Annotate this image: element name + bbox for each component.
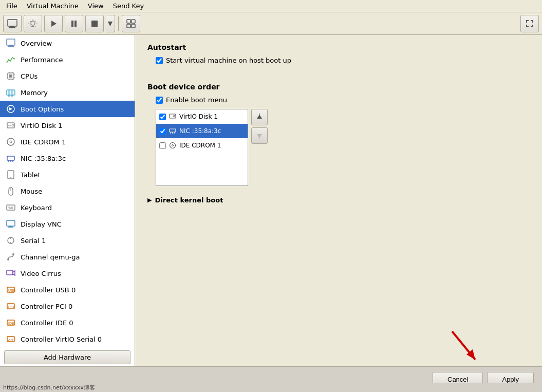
ide-cdrom-label: IDE CDROM 1 — [21, 138, 66, 146]
menubar: File Virtual Machine View Send Key — [0, 0, 542, 12]
collapsible-arrow-icon: ▶ — [147, 197, 152, 203]
stop-dropdown-button[interactable]: ▼ — [106, 15, 115, 32]
sidebar-item-tablet[interactable]: Tablet — [0, 166, 135, 183]
screen-button[interactable] — [3, 15, 22, 32]
video-cirrus-label: Video Cirrus — [21, 270, 61, 277]
main-content: Overview Performance CPUs Memory — [0, 35, 542, 366]
virtio-disk-label: VirtIO Disk 1 — [21, 122, 62, 129]
keyboard-icon — [5, 202, 16, 213]
svg-text:USB: USB — [8, 289, 15, 292]
sidebar-item-serial-1[interactable]: Serial 1 — [0, 232, 135, 249]
sidebar-item-keyboard[interactable]: Keyboard — [0, 199, 135, 216]
boot-device-cdrom-checkbox[interactable] — [159, 142, 166, 149]
fullscreen-button[interactable] — [520, 15, 539, 32]
sidebar-item-cpus[interactable]: CPUs — [0, 68, 135, 84]
svg-rect-5 — [71, 21, 73, 27]
svg-rect-11 — [132, 24, 135, 28]
serial-label: Serial 1 — [21, 237, 46, 245]
svg-rect-53 — [7, 220, 15, 226]
controller-usb-icon: USB — [5, 284, 16, 295]
sidebar-item-memory[interactable]: Memory — [0, 84, 135, 101]
memory-label: Memory — [21, 89, 48, 97]
controller-ide-label: Controller IDE 0 — [21, 319, 73, 327]
svg-rect-12 — [7, 39, 15, 45]
svg-rect-47 — [7, 205, 15, 210]
play-button[interactable] — [44, 15, 63, 32]
boot-device-virtio-disk[interactable]: VirtIO Disk 1 — [156, 109, 248, 124]
menu-send-key[interactable]: Send Key — [109, 1, 148, 11]
divider-1 — [147, 67, 530, 76]
controller-ide-icon: IDE — [5, 317, 16, 328]
sidebar-item-ide-cdrom-1[interactable]: IDE CDROM 1 — [0, 134, 135, 150]
svg-rect-6 — [74, 21, 77, 27]
svg-point-36 — [12, 124, 14, 126]
svg-marker-79 — [257, 115, 262, 119]
boot-device-order-title: Boot device order — [147, 83, 530, 91]
pause-button[interactable] — [65, 15, 83, 32]
boot-device-nic[interactable]: NIC :35:8a:3c — [156, 124, 248, 138]
direct-kernel-boot-section[interactable]: ▶ Direct kernel boot — [147, 196, 530, 204]
cdrom-device-icon — [169, 141, 177, 150]
sidebar: Overview Performance CPUs Memory — [0, 35, 135, 366]
svg-point-3 — [31, 21, 35, 25]
arrow-buttons — [251, 109, 268, 144]
enable-boot-menu-checkbox[interactable] — [156, 97, 163, 104]
enable-boot-menu-label[interactable]: Enable boot menu — [166, 96, 227, 104]
svg-marker-4 — [51, 21, 57, 27]
sidebar-item-boot-options[interactable]: Boot Options — [0, 101, 135, 117]
boot-device-nic-checkbox[interactable] — [159, 128, 166, 135]
move-down-button[interactable] — [251, 127, 268, 144]
svg-rect-9 — [132, 20, 135, 23]
sidebar-item-controller-virtio[interactable]: VIO Controller VirtIO Serial 0 — [0, 331, 135, 347]
add-hardware-button[interactable]: Add Hardware — [4, 350, 130, 364]
tablet-label: Tablet — [21, 171, 41, 179]
toolbar-separator — [118, 16, 119, 31]
svg-rect-10 — [127, 24, 130, 28]
sidebar-item-performance[interactable]: Performance — [0, 51, 135, 68]
sidebar-item-virtio-disk-1[interactable]: VirtIO Disk 1 — [0, 117, 135, 134]
autostart-label[interactable]: Start virtual machine on host boot up — [166, 57, 291, 64]
svg-rect-40 — [7, 156, 14, 160]
enable-boot-menu-row: Enable boot menu — [156, 96, 530, 104]
nic-device-icon — [169, 127, 177, 135]
memory-icon — [5, 87, 16, 98]
mouse-icon — [5, 185, 16, 197]
sidebar-item-controller-usb-0[interactable]: USB Controller USB 0 — [0, 282, 135, 298]
boot-device-list: VirtIO Disk 1 NIC :35:8a:3c — [156, 109, 248, 186]
video-cirrus-icon — [5, 268, 16, 279]
display-vnc-icon — [5, 218, 16, 230]
stop-button[interactable] — [85, 15, 104, 32]
menu-virtual-machine[interactable]: Virtual Machine — [23, 1, 83, 11]
light-button[interactable] — [24, 15, 42, 32]
menu-file[interactable]: File — [2, 1, 22, 11]
channel-label: Channel qemu-ga — [21, 253, 80, 261]
sidebar-item-controller-pci-0[interactable]: PCI Controller PCI 0 — [0, 298, 135, 314]
autostart-checkbox[interactable] — [156, 57, 163, 64]
sidebar-item-channel-qemu[interactable]: Channel qemu-ga — [0, 249, 135, 265]
ide-cdrom-icon — [5, 136, 16, 147]
sidebar-item-controller-ide-0[interactable]: IDE Controller IDE 0 — [0, 314, 135, 331]
menu-view[interactable]: View — [84, 1, 108, 11]
sidebar-item-video-cirrus[interactable]: Video Cirrus — [0, 265, 135, 282]
svg-rect-7 — [91, 21, 98, 27]
svg-rect-61 — [7, 270, 13, 275]
move-up-button[interactable] — [251, 109, 268, 125]
performance-icon — [5, 54, 16, 65]
boot-device-ide-cdrom[interactable]: IDE CDROM 1 — [156, 138, 248, 153]
svg-rect-1 — [10, 26, 14, 27]
sidebar-item-overview[interactable]: Overview — [0, 35, 135, 51]
sidebar-item-nic[interactable]: NIC :35:8a:3c — [0, 150, 135, 166]
svg-point-59 — [7, 258, 9, 260]
svg-rect-25 — [7, 90, 15, 95]
toolbar: ▼ — [0, 12, 542, 35]
svg-rect-0 — [8, 20, 17, 26]
manage-button[interactable] — [122, 15, 140, 32]
detail-pane: Autostart Start virtual machine on host … — [135, 35, 542, 366]
sidebar-item-display-vnc[interactable]: Display VNC — [0, 216, 135, 232]
serial-icon — [5, 235, 16, 246]
sidebar-item-mouse[interactable]: Mouse — [0, 183, 135, 199]
boot-device-area: VirtIO Disk 1 NIC :35:8a:3c — [156, 109, 530, 186]
overview-icon — [5, 38, 16, 49]
boot-device-virtio-checkbox[interactable] — [159, 114, 166, 120]
autostart-checkbox-row: Start virtual machine on host boot up — [156, 57, 530, 64]
